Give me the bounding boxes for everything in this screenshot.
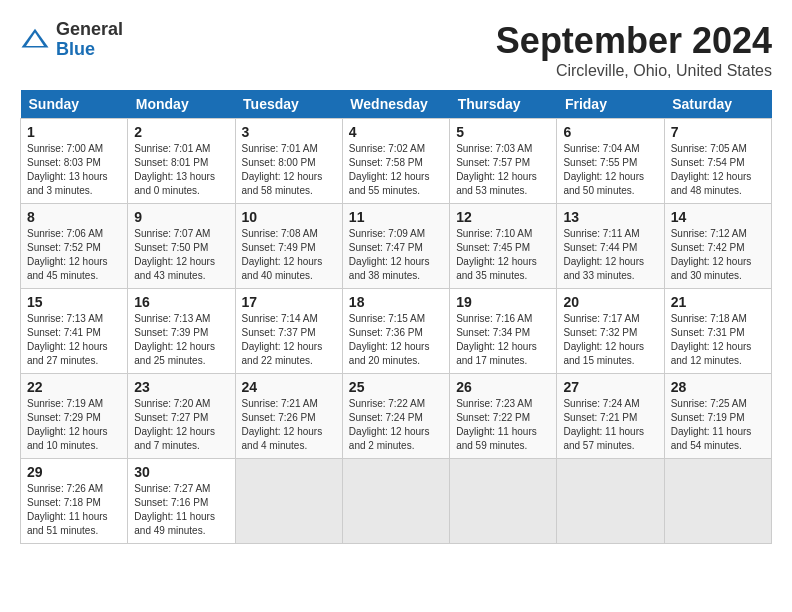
calendar-week-row: 15Sunrise: 7:13 AMSunset: 7:41 PMDayligh… (21, 289, 772, 374)
col-thursday: Thursday (450, 90, 557, 119)
day-number: 27 (563, 379, 657, 395)
col-friday: Friday (557, 90, 664, 119)
empty-cell (664, 459, 771, 544)
day-cell: 14Sunrise: 7:12 AMSunset: 7:42 PMDayligh… (664, 204, 771, 289)
day-number: 18 (349, 294, 443, 310)
day-number: 4 (349, 124, 443, 140)
day-cell: 3Sunrise: 7:01 AMSunset: 8:00 PMDaylight… (235, 119, 342, 204)
day-info: Sunrise: 7:16 AMSunset: 7:34 PMDaylight:… (456, 312, 550, 368)
day-cell: 24Sunrise: 7:21 AMSunset: 7:26 PMDayligh… (235, 374, 342, 459)
empty-cell (557, 459, 664, 544)
day-info: Sunrise: 7:12 AMSunset: 7:42 PMDaylight:… (671, 227, 765, 283)
day-cell: 29Sunrise: 7:26 AMSunset: 7:18 PMDayligh… (21, 459, 128, 544)
day-info: Sunrise: 7:10 AMSunset: 7:45 PMDaylight:… (456, 227, 550, 283)
day-info: Sunrise: 7:22 AMSunset: 7:24 PMDaylight:… (349, 397, 443, 453)
calendar-week-row: 22Sunrise: 7:19 AMSunset: 7:29 PMDayligh… (21, 374, 772, 459)
day-info: Sunrise: 7:18 AMSunset: 7:31 PMDaylight:… (671, 312, 765, 368)
day-number: 24 (242, 379, 336, 395)
day-cell: 25Sunrise: 7:22 AMSunset: 7:24 PMDayligh… (342, 374, 449, 459)
day-number: 15 (27, 294, 121, 310)
col-tuesday: Tuesday (235, 90, 342, 119)
day-number: 29 (27, 464, 121, 480)
day-cell: 22Sunrise: 7:19 AMSunset: 7:29 PMDayligh… (21, 374, 128, 459)
day-number: 11 (349, 209, 443, 225)
day-cell: 5Sunrise: 7:03 AMSunset: 7:57 PMDaylight… (450, 119, 557, 204)
day-info: Sunrise: 7:04 AMSunset: 7:55 PMDaylight:… (563, 142, 657, 198)
col-saturday: Saturday (664, 90, 771, 119)
calendar-header-row: Sunday Monday Tuesday Wednesday Thursday… (21, 90, 772, 119)
day-number: 2 (134, 124, 228, 140)
logo: General Blue (20, 20, 123, 60)
header: General Blue September 2024 Circleville,… (20, 20, 772, 80)
logo-general-text: General (56, 20, 123, 40)
day-number: 21 (671, 294, 765, 310)
day-number: 19 (456, 294, 550, 310)
day-number: 20 (563, 294, 657, 310)
day-cell: 12Sunrise: 7:10 AMSunset: 7:45 PMDayligh… (450, 204, 557, 289)
day-info: Sunrise: 7:21 AMSunset: 7:26 PMDaylight:… (242, 397, 336, 453)
empty-cell (450, 459, 557, 544)
day-number: 23 (134, 379, 228, 395)
day-info: Sunrise: 7:24 AMSunset: 7:21 PMDaylight:… (563, 397, 657, 453)
empty-cell (342, 459, 449, 544)
day-info: Sunrise: 7:15 AMSunset: 7:36 PMDaylight:… (349, 312, 443, 368)
day-cell: 9Sunrise: 7:07 AMSunset: 7:50 PMDaylight… (128, 204, 235, 289)
day-cell: 8Sunrise: 7:06 AMSunset: 7:52 PMDaylight… (21, 204, 128, 289)
day-number: 25 (349, 379, 443, 395)
day-cell: 26Sunrise: 7:23 AMSunset: 7:22 PMDayligh… (450, 374, 557, 459)
day-info: Sunrise: 7:25 AMSunset: 7:19 PMDaylight:… (671, 397, 765, 453)
day-number: 28 (671, 379, 765, 395)
day-cell: 1Sunrise: 7:00 AMSunset: 8:03 PMDaylight… (21, 119, 128, 204)
day-cell: 15Sunrise: 7:13 AMSunset: 7:41 PMDayligh… (21, 289, 128, 374)
day-cell: 17Sunrise: 7:14 AMSunset: 7:37 PMDayligh… (235, 289, 342, 374)
day-info: Sunrise: 7:06 AMSunset: 7:52 PMDaylight:… (27, 227, 121, 283)
col-monday: Monday (128, 90, 235, 119)
logo-text: General Blue (56, 20, 123, 60)
day-number: 12 (456, 209, 550, 225)
day-info: Sunrise: 7:01 AMSunset: 8:01 PMDaylight:… (134, 142, 228, 198)
day-cell: 18Sunrise: 7:15 AMSunset: 7:36 PMDayligh… (342, 289, 449, 374)
day-number: 7 (671, 124, 765, 140)
day-number: 10 (242, 209, 336, 225)
day-info: Sunrise: 7:27 AMSunset: 7:16 PMDaylight:… (134, 482, 228, 538)
day-info: Sunrise: 7:17 AMSunset: 7:32 PMDaylight:… (563, 312, 657, 368)
title-section: September 2024 Circleville, Ohio, United… (496, 20, 772, 80)
month-title: September 2024 (496, 20, 772, 62)
logo-blue-text: Blue (56, 40, 123, 60)
calendar-week-row: 8Sunrise: 7:06 AMSunset: 7:52 PMDaylight… (21, 204, 772, 289)
day-info: Sunrise: 7:09 AMSunset: 7:47 PMDaylight:… (349, 227, 443, 283)
day-cell: 6Sunrise: 7:04 AMSunset: 7:55 PMDaylight… (557, 119, 664, 204)
day-number: 6 (563, 124, 657, 140)
day-cell: 16Sunrise: 7:13 AMSunset: 7:39 PMDayligh… (128, 289, 235, 374)
day-number: 22 (27, 379, 121, 395)
day-number: 26 (456, 379, 550, 395)
day-cell: 28Sunrise: 7:25 AMSunset: 7:19 PMDayligh… (664, 374, 771, 459)
day-info: Sunrise: 7:13 AMSunset: 7:41 PMDaylight:… (27, 312, 121, 368)
day-info: Sunrise: 7:02 AMSunset: 7:58 PMDaylight:… (349, 142, 443, 198)
calendar-table: Sunday Monday Tuesday Wednesday Thursday… (20, 90, 772, 544)
day-cell: 20Sunrise: 7:17 AMSunset: 7:32 PMDayligh… (557, 289, 664, 374)
day-number: 3 (242, 124, 336, 140)
calendar-week-row: 1Sunrise: 7:00 AMSunset: 8:03 PMDaylight… (21, 119, 772, 204)
day-info: Sunrise: 7:19 AMSunset: 7:29 PMDaylight:… (27, 397, 121, 453)
day-info: Sunrise: 7:14 AMSunset: 7:37 PMDaylight:… (242, 312, 336, 368)
day-info: Sunrise: 7:11 AMSunset: 7:44 PMDaylight:… (563, 227, 657, 283)
day-info: Sunrise: 7:23 AMSunset: 7:22 PMDaylight:… (456, 397, 550, 453)
day-info: Sunrise: 7:07 AMSunset: 7:50 PMDaylight:… (134, 227, 228, 283)
day-cell: 19Sunrise: 7:16 AMSunset: 7:34 PMDayligh… (450, 289, 557, 374)
day-cell: 10Sunrise: 7:08 AMSunset: 7:49 PMDayligh… (235, 204, 342, 289)
day-info: Sunrise: 7:03 AMSunset: 7:57 PMDaylight:… (456, 142, 550, 198)
day-number: 16 (134, 294, 228, 310)
day-cell: 23Sunrise: 7:20 AMSunset: 7:27 PMDayligh… (128, 374, 235, 459)
day-number: 5 (456, 124, 550, 140)
day-number: 13 (563, 209, 657, 225)
col-wednesday: Wednesday (342, 90, 449, 119)
day-cell: 13Sunrise: 7:11 AMSunset: 7:44 PMDayligh… (557, 204, 664, 289)
day-number: 17 (242, 294, 336, 310)
day-number: 9 (134, 209, 228, 225)
day-number: 30 (134, 464, 228, 480)
empty-cell (235, 459, 342, 544)
col-sunday: Sunday (21, 90, 128, 119)
day-cell: 27Sunrise: 7:24 AMSunset: 7:21 PMDayligh… (557, 374, 664, 459)
day-info: Sunrise: 7:20 AMSunset: 7:27 PMDaylight:… (134, 397, 228, 453)
